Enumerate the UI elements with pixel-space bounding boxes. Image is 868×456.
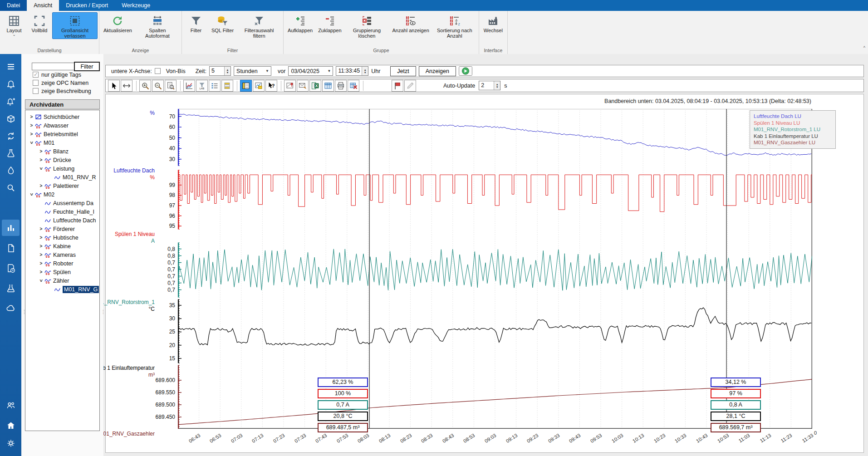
list-colored-icon[interactable] bbox=[221, 80, 233, 92]
sidebar-report-clock-icon[interactable] bbox=[2, 260, 20, 276]
sidebar-package-icon[interactable] bbox=[2, 111, 20, 127]
chart-pin-icon[interactable] bbox=[284, 80, 296, 92]
tree-collapsed-arrow-icon[interactable]: > bbox=[39, 235, 44, 240]
sortierung-nach-anzahl-button[interactable]: 123AZSortierung nach Anzahl bbox=[432, 12, 477, 39]
vollbild-button[interactable]: Vollbild bbox=[27, 12, 52, 34]
date-select[interactable]: 03/04/2025 ▼ bbox=[288, 66, 333, 76]
tree-collapsed-arrow-icon[interactable]: > bbox=[39, 252, 44, 257]
sidebar-search-icon[interactable] bbox=[2, 180, 20, 196]
layout-button[interactable]: Layout⌄ bbox=[1, 12, 27, 37]
filter-button[interactable]: Filter bbox=[183, 12, 209, 34]
tree-item-feuchte_halle_i[interactable]: Feuchte_Halle_I bbox=[25, 207, 99, 216]
spinner-arrows-icon[interactable]: ▲▼ bbox=[494, 81, 500, 90]
funnel-lab-icon[interactable]: LAB bbox=[196, 80, 208, 92]
tree-item-aussentemp-da[interactable]: Aussentemp Da bbox=[25, 199, 99, 207]
tree-expanded-arrow-icon[interactable]: > bbox=[39, 166, 44, 171]
pointer-icon[interactable] bbox=[108, 80, 120, 92]
tab-werkzeuge[interactable]: Werkzeuge bbox=[115, 0, 157, 11]
tag-filter-input[interactable] bbox=[32, 63, 74, 70]
anzeigen-button[interactable]: Anzeigen bbox=[419, 66, 456, 76]
filterauswahl-filtern-button[interactable]: Filterauswahl filtern bbox=[236, 12, 282, 39]
spinner-arrows-icon[interactable]: ▲▼ bbox=[362, 67, 368, 75]
spinner-arrows-icon[interactable]: ▲▼ bbox=[224, 67, 230, 75]
chart-export-icon[interactable] bbox=[253, 80, 265, 92]
tree-item-förderer[interactable]: >Förderer bbox=[25, 225, 99, 233]
großansicht-verlassen-button[interactable]: Großansicht verlassen bbox=[52, 12, 98, 39]
tree-item-roboter[interactable]: >Roboter bbox=[25, 259, 99, 268]
list-icon[interactable] bbox=[209, 80, 221, 92]
zoom-out-icon[interactable] bbox=[152, 80, 164, 92]
auto-update-stepper[interactable]: 2▲▼ bbox=[479, 81, 500, 90]
wechsel-button[interactable]: Wechsel bbox=[481, 12, 506, 34]
sql-filter-button[interactable]: SQL Filter bbox=[209, 12, 236, 34]
sidebar-flask-icon[interactable] bbox=[2, 280, 20, 296]
gruppierung-löschen-button[interactable]: Gruppierung löschen bbox=[344, 12, 390, 39]
zoom-in-icon[interactable] bbox=[139, 80, 151, 92]
tree-item-leistung[interactable]: >Leistung bbox=[25, 164, 99, 173]
pan-icon[interactable] bbox=[121, 80, 132, 92]
anzahl-anzeigen-button[interactable]: 123Anzahl anzeigen bbox=[390, 12, 432, 34]
sidebar-chart-bars-icon[interactable] bbox=[2, 220, 20, 236]
tree-item-luftfeuchte-dach[interactable]: Luftfeuchte Dach bbox=[25, 216, 99, 225]
sidebar-home-icon[interactable] bbox=[2, 417, 20, 434]
excel-icon[interactable]: X bbox=[309, 80, 321, 92]
tree-item-spülen[interactable]: >Spülen bbox=[25, 268, 99, 276]
tree-item-abwasser[interactable]: >Abwasser bbox=[25, 121, 99, 130]
help-cursor-icon[interactable]: ? bbox=[265, 80, 277, 92]
mini-chart-icon[interactable] bbox=[183, 80, 195, 92]
tree-expanded-arrow-icon[interactable]: > bbox=[39, 278, 44, 283]
checkbox-zeige-beschreibung[interactable] bbox=[33, 88, 39, 94]
sidebar-document-icon[interactable] bbox=[2, 240, 20, 256]
spalten-autoformat-button[interactable]: Spalten Autoformat bbox=[135, 12, 180, 39]
tree-item-m02[interactable]: >M02 bbox=[25, 190, 99, 199]
print-icon[interactable] bbox=[335, 80, 347, 92]
checkbox-zeige-opc-namen[interactable] bbox=[33, 80, 39, 86]
tree-expanded-arrow-icon[interactable]: > bbox=[29, 140, 34, 145]
tree-collapsed-arrow-icon[interactable]: > bbox=[29, 114, 34, 119]
tree-item-kabine[interactable]: >Kabine bbox=[25, 242, 99, 250]
flag-icon[interactable] bbox=[392, 80, 403, 92]
tree-item-m01_rnv_g[interactable]: M01_RNV_G bbox=[25, 285, 99, 294]
tree-item-betriebsmittel[interactable]: >Betriebsmittel bbox=[25, 130, 99, 138]
sidebar-alarm-config-icon[interactable] bbox=[2, 93, 20, 110]
splitter-handle[interactable]: ⋮ bbox=[22, 311, 27, 313]
tree-item-palettierer[interactable]: >Palettierer bbox=[25, 181, 99, 190]
tree-item-hubtische[interactable]: >Hubtische bbox=[25, 233, 99, 242]
sidebar-users-icon[interactable] bbox=[2, 397, 20, 413]
sidebar-droplet-icon[interactable] bbox=[2, 162, 20, 179]
pen-icon[interactable] bbox=[404, 80, 416, 92]
mail-icon[interactable] bbox=[297, 80, 309, 92]
zoom-page-icon[interactable] bbox=[165, 80, 177, 92]
sidebar-lab-flask-icon[interactable] bbox=[2, 145, 20, 162]
tree-collapsed-arrow-icon[interactable]: > bbox=[29, 132, 34, 137]
tree-item-m01_rnv_r[interactable]: M01_RNV_R bbox=[25, 173, 99, 181]
filter-button[interactable]: Filter bbox=[74, 62, 100, 71]
time-stepper[interactable]: 11:33:45 ▲▼ bbox=[336, 66, 368, 76]
tab-drucken-export[interactable]: Drucken / Export bbox=[59, 0, 115, 11]
checkbox-nur-gültige-tags[interactable] bbox=[33, 72, 39, 78]
aktualisieren-button[interactable]: Aktualisieren bbox=[101, 12, 135, 34]
zeit-stepper[interactable]: 5 ▲▼ bbox=[209, 66, 231, 76]
tree-item-m01[interactable]: >M01 bbox=[25, 138, 99, 147]
sidebar-alarm-bell-icon[interactable] bbox=[2, 76, 20, 93]
aufklappen-button[interactable]: Aufklappen bbox=[285, 12, 315, 34]
tree-collapsed-arrow-icon[interactable]: > bbox=[29, 123, 34, 128]
tree-item-zähler[interactable]: >Zähler bbox=[25, 276, 99, 285]
ribbon-collapse-icon[interactable]: ^ bbox=[863, 45, 865, 50]
jetzt-button[interactable]: Jetzt bbox=[390, 66, 416, 76]
tree-item-kameras[interactable]: >Kameras bbox=[25, 250, 99, 259]
tab-datei[interactable]: Datei bbox=[0, 0, 27, 11]
table-delete-icon[interactable] bbox=[348, 80, 359, 92]
tree-item-schichtbücher[interactable]: >Schichtbücher bbox=[25, 113, 99, 121]
zuklappen-button[interactable]: Zuklappen bbox=[315, 12, 344, 34]
von-bis-checkbox[interactable] bbox=[155, 68, 161, 74]
tree-collapsed-arrow-icon[interactable]: > bbox=[39, 244, 44, 249]
sidebar-gear-icon[interactable] bbox=[2, 435, 20, 451]
sidebar-menu-icon[interactable] bbox=[2, 59, 20, 75]
sidebar-cloud-icon[interactable] bbox=[2, 300, 20, 316]
tree-expanded-arrow-icon[interactable]: > bbox=[29, 192, 34, 197]
tree-collapsed-arrow-icon[interactable]: > bbox=[39, 149, 44, 154]
table-icon[interactable] bbox=[322, 80, 334, 92]
time-unit-select[interactable]: Stunden ▼ bbox=[234, 66, 271, 76]
tree-collapsed-arrow-icon[interactable]: > bbox=[39, 183, 44, 188]
